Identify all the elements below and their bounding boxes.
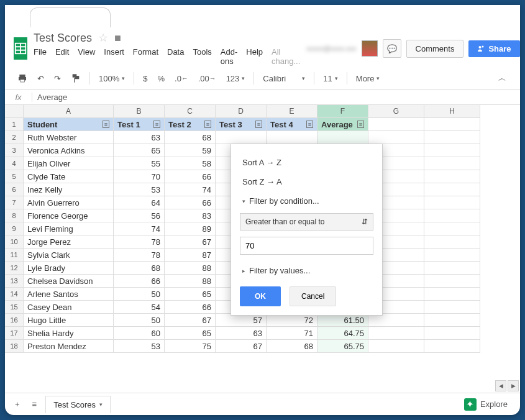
currency-icon[interactable]: $	[139, 71, 151, 86]
data-cell[interactable]: 83	[165, 209, 216, 222]
student-cell[interactable]: Clyde Tate	[24, 170, 114, 183]
data-cell[interactable]: 66	[165, 170, 216, 183]
cell[interactable]	[424, 314, 480, 327]
paint-icon[interactable]	[67, 71, 84, 86]
student-cell[interactable]: Hugo Little	[24, 314, 114, 327]
cell[interactable]	[424, 275, 480, 288]
menu-data[interactable]: Data	[167, 47, 184, 66]
data-cell[interactable]	[317, 131, 368, 144]
cell[interactable]	[424, 340, 480, 353]
row-header[interactable]: 5	[5, 170, 24, 183]
data-cell[interactable]: 67	[165, 314, 216, 327]
student-cell[interactable]: Lyle Brady	[24, 262, 114, 275]
data-cell[interactable]: 50	[114, 288, 165, 301]
cell[interactable]	[368, 131, 424, 144]
data-cell[interactable]: 68	[165, 131, 216, 144]
column-header[interactable]	[5, 105, 24, 118]
dec-decrease-icon[interactable]: .0←	[171, 71, 192, 86]
menu-format[interactable]: Format	[133, 47, 158, 66]
student-cell[interactable]: Ruth Webster	[24, 131, 114, 144]
column-header[interactable]: H	[424, 105, 480, 118]
cell[interactable]	[424, 222, 480, 235]
row-header[interactable]: 2	[5, 131, 24, 144]
menu-help[interactable]: Help	[246, 47, 263, 66]
data-cell[interactable]: 54	[114, 301, 165, 314]
data-cell[interactable]: 53	[114, 183, 165, 196]
cell[interactable]	[368, 118, 424, 131]
row-header[interactable]: 4	[5, 157, 24, 170]
scroll-right-icon[interactable]: ▶	[508, 380, 519, 391]
header-cell[interactable]: Test 1≡	[114, 118, 165, 131]
data-cell[interactable]: 65	[165, 327, 216, 340]
column-header[interactable]: C	[165, 105, 216, 118]
row-header[interactable]: 9	[5, 222, 24, 235]
all-sheets-icon[interactable]: ≡	[29, 397, 41, 411]
row-header[interactable]: 3	[5, 144, 24, 157]
student-cell[interactable]: Inez Kelly	[24, 183, 114, 196]
menu-view[interactable]: View	[78, 47, 95, 66]
explore-button[interactable]: ✦ Explore	[464, 398, 514, 411]
cell[interactable]	[424, 144, 480, 157]
cancel-button[interactable]: Cancel	[290, 286, 336, 306]
data-cell[interactable]: 65.75	[317, 340, 368, 353]
data-cell[interactable]: 74	[114, 222, 165, 235]
data-cell[interactable]: 78	[114, 235, 165, 249]
data-cell[interactable]: 78	[114, 249, 165, 262]
cell[interactable]	[368, 327, 424, 340]
cell[interactable]	[368, 314, 424, 327]
data-cell[interactable]: 68	[267, 340, 317, 353]
data-cell[interactable]: 64	[114, 196, 165, 209]
undo-icon[interactable]: ↶	[34, 71, 48, 86]
student-cell[interactable]: Arlene Santos	[24, 288, 114, 301]
cell[interactable]	[424, 301, 480, 314]
row-header[interactable]: 6	[5, 183, 24, 196]
cell[interactable]	[424, 131, 480, 144]
row-header[interactable]: 7	[5, 196, 24, 209]
filter-icon[interactable]: ≡	[357, 121, 364, 128]
formula-bar[interactable]: Average	[32, 93, 520, 102]
data-cell[interactable]: 53	[114, 340, 165, 353]
menu-file[interactable]: File	[34, 47, 47, 66]
header-cell[interactable]: Average≡	[317, 118, 368, 131]
row-header[interactable]: 8	[5, 209, 24, 222]
chat-icon[interactable]: 💬	[383, 39, 401, 58]
header-cell[interactable]: Test 3≡	[216, 118, 267, 131]
data-cell[interactable]: 72	[267, 314, 317, 327]
num-format-dropdown[interactable]: 123 ▾	[222, 71, 249, 86]
menu-edit[interactable]: Edit	[55, 47, 69, 66]
data-cell[interactable]: 68	[114, 262, 165, 275]
add-sheet-icon[interactable]: +	[11, 397, 24, 411]
doc-title[interactable]: Test Scores	[34, 32, 92, 45]
data-cell[interactable]: 64.75	[317, 327, 368, 340]
data-cell[interactable]: 66	[114, 275, 165, 288]
cell[interactable]	[424, 235, 480, 249]
browser-tab[interactable]	[30, 7, 111, 27]
ok-button[interactable]: OK	[240, 286, 281, 306]
header-cell[interactable]: Student≡	[24, 118, 114, 131]
share-button[interactable]: Share	[468, 40, 519, 57]
data-cell[interactable]: 88	[165, 262, 216, 275]
data-cell[interactable]: 60	[114, 327, 165, 340]
cell[interactable]	[424, 209, 480, 222]
sheet-tab[interactable]: Test Scores ▾	[45, 396, 111, 413]
cell[interactable]	[424, 170, 480, 183]
row-header[interactable]: 15	[5, 301, 24, 314]
student-cell[interactable]: Sylvia Clark	[24, 249, 114, 262]
font-dropdown[interactable]: Calibri ▾	[259, 71, 309, 86]
cell[interactable]	[424, 118, 480, 131]
cell[interactable]	[424, 196, 480, 209]
student-cell[interactable]: Veronica Adkins	[24, 144, 114, 157]
data-cell[interactable]: 63	[216, 327, 267, 340]
cell[interactable]	[424, 288, 480, 301]
data-cell[interactable]: 75	[165, 340, 216, 353]
data-cell[interactable]: 89	[165, 222, 216, 235]
cell[interactable]	[424, 183, 480, 196]
column-header[interactable]: G	[368, 105, 424, 118]
row-header[interactable]: 14	[5, 288, 24, 301]
data-cell[interactable]: 87	[165, 249, 216, 262]
data-cell[interactable]: 59	[165, 144, 216, 157]
data-cell[interactable]: 67	[165, 235, 216, 249]
filter-icon[interactable]: ≡	[153, 121, 160, 128]
row-header[interactable]: 18	[5, 340, 24, 353]
data-cell[interactable]: 70	[114, 170, 165, 183]
